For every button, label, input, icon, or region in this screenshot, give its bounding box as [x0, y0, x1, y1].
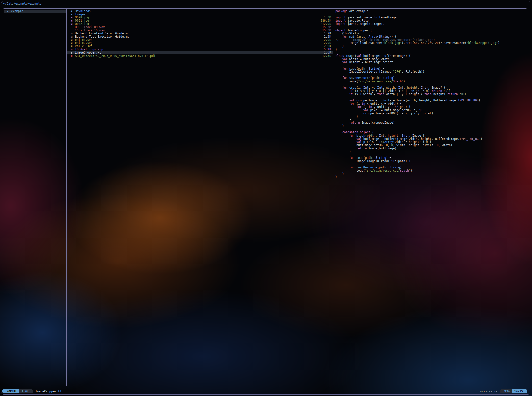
image-icon: ▣: [70, 45, 73, 48]
code-line: import javax.imageio.ImageIO: [335, 22, 526, 26]
file-row[interactable]: ▰ example: [4, 10, 66, 13]
status-bar: NORMAL 1.6K ImageCropper.kt -rw-r--r-- 9…: [2, 389, 527, 393]
code-line: val height = buffImage.height: [335, 61, 526, 64]
pill-right-cap: [525, 389, 527, 393]
file-row[interactable]: ■ SBI_0032013739_2023_DE05_0003155631Inv…: [67, 54, 333, 58]
image-icon: ▣: [70, 16, 73, 19]
code-line: if (x + width > this.width || y + height…: [335, 93, 526, 96]
code-line: object ImageCropper {: [335, 29, 526, 32]
code-line: Image.loadResource("black.jpg").crop(50,…: [335, 41, 526, 45]
file-row[interactable]: ▣ 0042.jpg212.9K: [67, 22, 333, 26]
folder-icon: ▰: [70, 13, 73, 16]
code-line: }: [335, 45, 526, 48]
file-size: 12.5K: [322, 54, 331, 58]
code-line: Image(ImageIO.read(File(path))): [335, 160, 526, 163]
archive-icon: ▨: [70, 48, 73, 51]
pdf-icon: ■: [70, 54, 73, 58]
pill-left-cap: [2, 389, 4, 393]
pane-divider-left: [66, 9, 67, 386]
pill-left-cap: [500, 389, 502, 393]
file-row[interactable]: ▰ Images: [67, 13, 333, 16]
file-row[interactable]: ▣ cal-c3.svg2.9K: [67, 45, 333, 48]
file-name: IDEAsettings.zip: [73, 48, 324, 51]
code-line: package org.example: [335, 10, 526, 13]
code-line: ImageIO.write(buffImage, "JPG", File(pat…: [335, 70, 526, 73]
file-name: cal-c2.svg: [73, 41, 324, 45]
code-line: }: [335, 124, 526, 128]
file-row[interactable]: ◒ Downloads: [67, 10, 333, 13]
file-name: Backend_Frontend_Setup_Guide.md: [73, 32, 324, 35]
code-line: croppedImage.setRGB(i - x, j - y, pixel): [335, 112, 526, 115]
image-icon: ▣: [70, 38, 73, 42]
file-name: Backend_Test_Execution_Guide.md: [73, 35, 324, 38]
file-name: cal-c3.svg: [73, 45, 324, 48]
image-icon: ▣: [70, 22, 73, 26]
markdown-icon: ▤: [70, 35, 73, 38]
image-icon: ▣: [70, 41, 73, 45]
file-name: 15 - Track 15.wav: [73, 29, 322, 32]
parent-directory-pane: ▰ example: [4, 10, 66, 13]
code-line: return Image(buffImage): [335, 147, 526, 150]
code-line: }: [335, 175, 526, 179]
file-row[interactable]: ▮ ImageCropper.kt1.6K: [67, 51, 333, 54]
mode-pill: NORMAL 1.6K: [2, 389, 33, 393]
file-preview-pane: package org.example import java.awt.imag…: [335, 10, 526, 179]
file-row[interactable]: ▣ 0028.jpg1.3M: [67, 16, 333, 19]
file-row[interactable]: ▨ IDEAsettings.zip5.2K: [67, 48, 333, 51]
code-line: }: [335, 115, 526, 118]
file-name: example: [9, 10, 66, 13]
audio-icon: ∩: [70, 25, 73, 29]
file-size: 2.9K: [324, 45, 331, 48]
folder-icon: ▰: [6, 10, 9, 13]
file-row[interactable]: ▣ cal-c1.svg2.9K: [67, 38, 333, 42]
panes-container: ▰ example ◒ Downloads▰ Images▣ 0028.jpg1…: [3, 8, 527, 386]
file-name: 0028.jpg: [73, 16, 324, 19]
code-line: save("src/main/resources/$path"): [335, 80, 526, 83]
scroll-percent-badge: 93%: [502, 389, 512, 393]
file-icon: ▮: [70, 51, 73, 54]
file-name: ImageCropper.kt: [73, 51, 324, 54]
file-row[interactable]: ▤ Backend_Frontend_Setup_Guide.md1.7K: [67, 32, 333, 35]
image-icon: ▣: [70, 19, 73, 22]
file-row[interactable]: ▣ cal-c2.svg2.9K: [67, 41, 333, 45]
file-size: 15.3M: [322, 25, 331, 29]
markdown-icon: ▤: [70, 32, 73, 35]
position-pill: 93% 14/15: [500, 389, 527, 393]
file-size: 1.3K: [324, 35, 331, 38]
breadcrumb-path: ~/Data/example/example: [3, 2, 41, 5]
file-row[interactable]: ∩ 15 - Track 15.wav15.3M: [67, 29, 333, 32]
pill-right-cap: [31, 389, 33, 393]
download-icon: ◒: [70, 10, 73, 13]
file-list-pane: ◒ Downloads▰ Images▣ 0028.jpg1.3M▣ 0031.…: [67, 10, 333, 58]
code-line: }: [335, 172, 526, 176]
file-name: 0042.jpg: [73, 22, 320, 26]
file-row[interactable]: ▣ 0031.jpg586.3K: [67, 19, 333, 22]
file-size-badge: 1.6K: [19, 389, 31, 393]
file-name: cal-c1.svg: [73, 38, 324, 42]
current-filename: ImageCropper.kt: [35, 390, 62, 393]
file-name: Downloads: [73, 10, 331, 13]
file-name: SBI_0032013739_2023_DE05_0003155631Invoi…: [73, 54, 322, 58]
file-permissions: -rw-r--r--: [480, 390, 497, 393]
file-row[interactable]: ∩ 09 - Track 09.wav15.3M: [67, 25, 333, 29]
code-line: }: [335, 48, 526, 51]
cursor-position-badge: 14/15: [512, 389, 525, 393]
file-name: Images: [73, 13, 331, 16]
pane-divider-right: [333, 9, 333, 386]
audio-icon: ∩: [70, 29, 73, 32]
code-line: }: [335, 150, 526, 153]
code-line: load("src/main/resources/$path"): [335, 169, 526, 172]
mode-badge: NORMAL: [4, 389, 19, 393]
file-size: 586.3K: [320, 19, 331, 22]
file-name: 0031.jpg: [73, 19, 320, 22]
file-row[interactable]: ▤ Backend_Test_Execution_Guide.md1.3K: [67, 35, 333, 38]
file-name: 09 - Track 09.wav: [73, 25, 322, 29]
code-line: return Image(croppedImage): [335, 121, 526, 124]
